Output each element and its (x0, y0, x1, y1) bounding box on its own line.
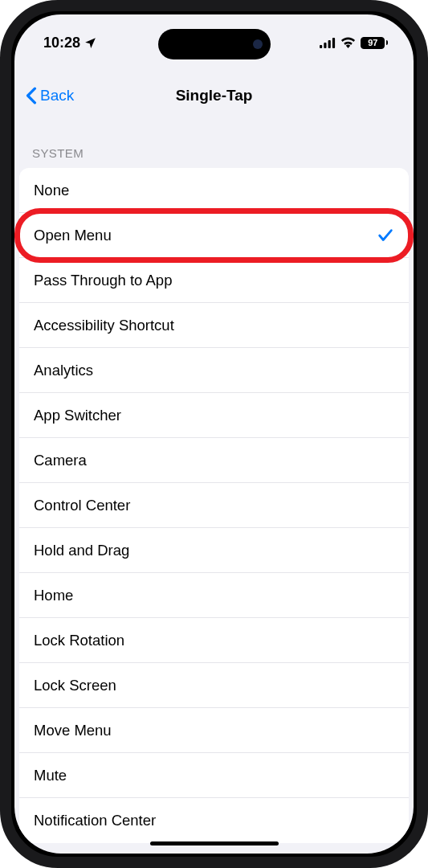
option-label: Notification Center (34, 812, 156, 829)
option-row[interactable]: Move Menu (19, 708, 409, 753)
option-label: Accessibility Shortcut (34, 317, 174, 334)
option-row[interactable]: None (19, 168, 409, 213)
back-label: Back (40, 87, 74, 104)
nav-bar: Back Single-Tap (14, 74, 414, 117)
camera-dot (253, 39, 263, 49)
option-row[interactable]: Pass Through to App (19, 258, 409, 303)
option-row[interactable]: Mute (19, 753, 409, 798)
wifi-icon (340, 37, 356, 48)
option-label: Move Menu (34, 722, 112, 739)
option-label: App Switcher (34, 407, 121, 424)
battery-indicator: 97 (361, 37, 388, 49)
screen: 10:28 97 (14, 14, 414, 854)
option-label: Control Center (34, 497, 130, 514)
section-header: SYSTEM (14, 117, 414, 168)
option-row[interactable]: Lock Rotation (19, 618, 409, 663)
options-list: NoneOpen MenuPass Through to AppAccessib… (19, 168, 409, 843)
option-row[interactable]: App Switcher (19, 393, 409, 438)
status-time: 10:28 (43, 35, 80, 51)
option-row[interactable]: Hold and Drag (19, 528, 409, 573)
option-row[interactable]: Notification Center (19, 798, 409, 843)
location-icon (84, 36, 97, 50)
dynamic-island (158, 29, 271, 59)
phone-frame: 10:28 97 (0, 0, 428, 868)
svg-rect-3 (332, 38, 335, 48)
back-button[interactable]: Back (26, 87, 74, 104)
option-row[interactable]: Lock Screen (19, 663, 409, 708)
svg-rect-0 (320, 45, 322, 48)
option-label: Hold and Drag (34, 542, 129, 559)
option-label: Open Menu (34, 227, 112, 244)
option-label: None (34, 182, 69, 199)
option-label: Lock Rotation (34, 632, 124, 649)
option-row[interactable]: Analytics (19, 348, 409, 393)
option-row[interactable]: Home (19, 573, 409, 618)
content-scroll[interactable]: SYSTEM NoneOpen MenuPass Through to AppA… (14, 117, 414, 854)
nav-title: Single-Tap (176, 87, 253, 104)
option-label: Lock Screen (34, 677, 116, 694)
option-label: Analytics (34, 362, 93, 379)
option-row[interactable]: Accessibility Shortcut (19, 303, 409, 348)
svg-rect-1 (324, 43, 327, 48)
chevron-left-icon (26, 87, 37, 104)
checkmark-icon (377, 227, 394, 244)
option-label: Camera (34, 452, 87, 469)
option-label: Mute (34, 767, 67, 784)
home-indicator[interactable] (150, 841, 279, 845)
svg-rect-2 (328, 40, 331, 48)
option-row[interactable]: Control Center (19, 483, 409, 528)
option-row[interactable]: Camera (19, 438, 409, 483)
battery-pct: 97 (368, 38, 377, 47)
option-label: Pass Through to App (34, 272, 172, 289)
option-row[interactable]: Open Menu (19, 213, 409, 258)
option-label: Home (34, 587, 73, 604)
cellular-icon (320, 38, 336, 48)
